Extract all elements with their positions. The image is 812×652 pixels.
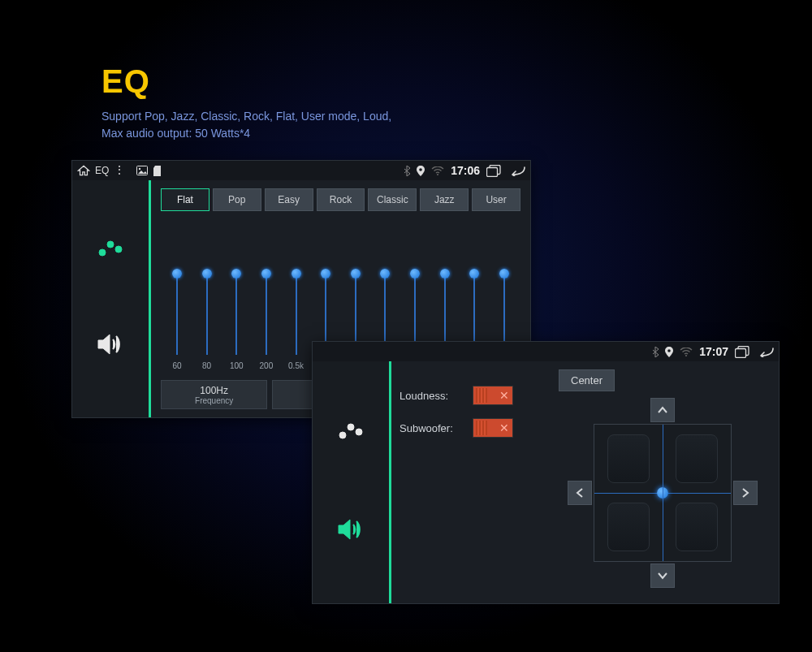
preset-rock[interactable]: Rock	[317, 188, 365, 211]
subwoofer-toggle[interactable]: ✕	[473, 418, 513, 438]
svg-point-2	[419, 168, 422, 171]
status-bar: 17:07	[313, 342, 779, 361]
subwoofer-row: Subwoofer: ✕	[400, 418, 546, 438]
wifi-icon	[431, 166, 444, 175]
preset-row: FlatPopEasyRockClassicJazzUser	[161, 188, 520, 211]
sd-icon[interactable]	[153, 166, 162, 176]
balance-window: 17:07	[312, 341, 780, 604]
eq-band-200[interactable]: 200	[253, 274, 279, 370]
seat-front-left	[607, 434, 650, 483]
home-icon[interactable]	[77, 165, 90, 176]
back-icon[interactable]	[508, 166, 525, 176]
fader-pad[interactable]	[594, 424, 732, 562]
balance-sidebar	[313, 361, 389, 603]
fader-grid	[566, 396, 759, 595]
preset-pop[interactable]: Pop	[213, 188, 261, 211]
eq-sidebar	[72, 180, 149, 417]
svg-point-11	[115, 246, 122, 253]
clock-time: 17:06	[451, 164, 480, 177]
preset-user[interactable]: User	[472, 188, 520, 211]
close-icon: ✕	[499, 421, 509, 434]
page-description: Support Pop, Jazz, Classic, Rock, Flat, …	[102, 108, 391, 142]
loudness-toggle[interactable]: ✕	[473, 386, 513, 405]
recents-icon[interactable]	[486, 165, 501, 177]
preset-flat[interactable]: Flat	[161, 188, 209, 211]
wifi-icon	[680, 348, 693, 356]
subwoofer-label: Subwoofer:	[400, 422, 464, 434]
fader-up-button[interactable]	[650, 398, 675, 422]
seat-rear-left	[607, 503, 650, 551]
loudness-label: Loudness:	[400, 390, 464, 402]
center-button[interactable]: Center	[559, 369, 615, 391]
clock-time: 17:07	[699, 345, 728, 358]
more-icon[interactable]: ⋮	[114, 168, 122, 173]
bluetooth-icon	[652, 347, 659, 357]
seat-front-right	[676, 434, 718, 483]
picture-icon[interactable]	[136, 166, 148, 175]
page-title: EQ	[102, 63, 391, 100]
fader-left-button[interactable]	[568, 481, 592, 505]
preset-jazz[interactable]: Jazz	[420, 188, 469, 211]
close-icon: ✕	[499, 389, 509, 402]
svg-point-13	[685, 355, 687, 356]
svg-rect-15	[736, 348, 746, 357]
eq-band-0.5k[interactable]: 0.5k	[283, 274, 309, 370]
svg-point-1	[139, 168, 140, 170]
svg-point-19	[339, 432, 346, 438]
speaker-icon[interactable]	[96, 332, 125, 360]
preset-classic[interactable]: Classic	[368, 188, 417, 211]
svg-point-10	[107, 241, 114, 248]
status-bar: EQ ⋮ 17:06	[72, 161, 530, 180]
svg-point-21	[356, 429, 362, 435]
recents-icon[interactable]	[735, 346, 749, 358]
eq-band-60[interactable]: 60	[164, 274, 190, 370]
svg-rect-5	[487, 167, 498, 176]
svg-point-12	[667, 349, 671, 352]
location-icon	[417, 166, 425, 176]
loudness-row: Loudness: ✕	[400, 386, 546, 405]
fader-down-button[interactable]	[650, 563, 675, 588]
eq-band-80[interactable]: 80	[194, 274, 220, 370]
sliders-icon[interactable]	[97, 238, 124, 266]
fader-right-button[interactable]	[733, 481, 758, 505]
svg-point-20	[348, 424, 354, 430]
page-heading: EQ Support Pop, Jazz, Classic, Rock, Fla…	[102, 63, 391, 142]
sliders-icon[interactable]	[337, 421, 365, 448]
seat-rear-right	[676, 503, 718, 551]
back-icon[interactable]	[756, 347, 774, 357]
svg-point-3	[437, 174, 438, 175]
svg-point-9	[99, 249, 106, 256]
frequency-display[interactable]: 100Hz Frequency	[161, 380, 267, 409]
bluetooth-icon	[404, 166, 410, 176]
speaker-icon[interactable]	[336, 517, 365, 545]
fader-position-dot[interactable]	[657, 487, 668, 499]
preset-easy[interactable]: Easy	[265, 188, 313, 211]
app-label: EQ	[95, 165, 109, 176]
eq-band-100[interactable]: 100	[223, 274, 249, 370]
location-icon	[665, 347, 673, 357]
